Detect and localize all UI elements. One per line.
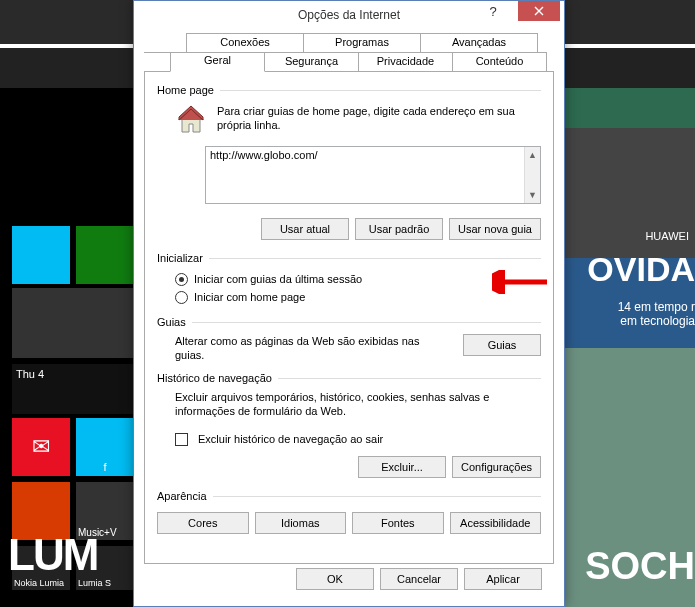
languages-button[interactable]: Idiomas	[255, 512, 347, 534]
help-button[interactable]: ?	[472, 1, 514, 21]
close-icon	[534, 6, 544, 16]
tab-conexoes[interactable]: Conexões	[186, 33, 304, 53]
radio-last-session-label: Iniciar com guias da última sessão	[194, 273, 362, 285]
home-icon	[175, 104, 207, 136]
apply-button[interactable]: Aplicar	[464, 568, 542, 590]
group-history-label: Histórico de navegação	[157, 372, 272, 384]
group-homepage-label: Home page	[157, 84, 214, 96]
tab-row-secondary: Conexões Programas Avançadas	[144, 33, 554, 53]
tabs-desc: Alterar como as páginas da Web são exibi…	[175, 334, 463, 362]
tab-programas[interactable]: Programas	[303, 33, 421, 53]
dialog-footer: OK Cancelar Aplicar	[144, 564, 554, 600]
delete-history-button[interactable]: Excluir...	[358, 456, 446, 478]
bg-tempo: 14 em tempo rem tecnologia	[618, 300, 695, 328]
use-new-tab-button[interactable]: Usar nova guia	[449, 218, 541, 240]
internet-options-dialog: Opções da Internet ? Conexões Programas …	[133, 0, 565, 607]
tab-panel-geral: Home page Para criar guias de home page,…	[144, 72, 554, 564]
delete-on-exit-label: Excluir histórico de navegação ao sair	[198, 433, 383, 445]
tab-conteudo[interactable]: Conteúdo	[452, 52, 547, 72]
use-current-button[interactable]: Usar atual	[261, 218, 349, 240]
group-startup-label: Inicializar	[157, 252, 203, 264]
radio-last-session[interactable]: Iniciar com guias da última sessão	[175, 270, 541, 288]
homepage-url-input[interactable]	[206, 147, 524, 203]
tab-seguranca[interactable]: Segurança	[264, 52, 359, 72]
bg-ovida: OVIDA	[587, 250, 695, 289]
tab-geral[interactable]: Geral	[170, 52, 265, 72]
radio-icon	[175, 291, 188, 304]
homepage-url-box: ▲ ▼	[205, 146, 541, 204]
radio-icon	[175, 273, 188, 286]
homepage-hint: Para criar guias de home page, digite ca…	[217, 104, 541, 136]
scroll-down-icon[interactable]: ▼	[525, 187, 540, 203]
titlebar[interactable]: Opções da Internet ?	[134, 1, 564, 29]
scroll-up-icon[interactable]: ▲	[525, 147, 540, 163]
fonts-button[interactable]: Fontes	[352, 512, 444, 534]
radio-home-page[interactable]: Iniciar com home page	[175, 288, 541, 306]
tab-avancadas[interactable]: Avançadas	[420, 33, 538, 53]
group-tabs-label: Guias	[157, 316, 186, 328]
radio-home-page-label: Iniciar com home page	[194, 291, 305, 303]
bg-soch: SOCH	[585, 545, 695, 588]
history-desc: Excluir arquivos temporários, histórico,…	[157, 390, 541, 418]
cancel-button[interactable]: Cancelar	[380, 568, 458, 590]
scrollbar[interactable]: ▲ ▼	[524, 147, 540, 203]
ok-button[interactable]: OK	[296, 568, 374, 590]
window-title: Opções da Internet	[298, 8, 400, 22]
bg-right-image	[565, 88, 695, 607]
close-button[interactable]	[518, 1, 560, 21]
colors-button[interactable]: Cores	[157, 512, 249, 534]
use-default-button[interactable]: Usar padrão	[355, 218, 443, 240]
accessibility-button[interactable]: Acessibilidade	[450, 512, 542, 534]
group-appearance-label: Aparência	[157, 490, 207, 502]
bg-headline-lum: LUM	[8, 530, 97, 580]
tile-date: Thu 4	[16, 368, 44, 380]
tab-row-primary: Geral Segurança Privacidade Conteúdo	[144, 52, 554, 72]
delete-on-exit-checkbox[interactable]: Excluir histórico de navegação ao sair	[175, 430, 541, 448]
tab-privacidade[interactable]: Privacidade	[358, 52, 453, 72]
checkbox-icon	[175, 433, 188, 446]
tabs-settings-button[interactable]: Guias	[463, 334, 541, 356]
bg-huawei: HUAWEI	[645, 230, 689, 242]
history-settings-button[interactable]: Configurações	[452, 456, 541, 478]
